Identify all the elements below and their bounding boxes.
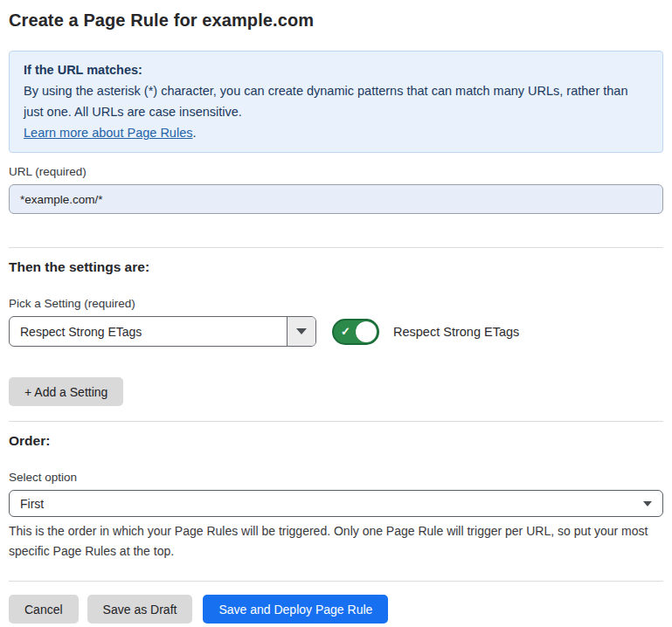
chevron-down-icon <box>643 501 652 506</box>
toggle-wrap: ✓ Respect Strong ETags <box>332 319 519 345</box>
check-icon: ✓ <box>341 326 350 337</box>
cancel-button[interactable]: Cancel <box>9 595 79 624</box>
learn-more-link[interactable]: Learn more about Page Rules <box>24 126 192 140</box>
save-deploy-button[interactable]: Save and Deploy Page Rule <box>203 595 388 624</box>
pick-setting-label: Pick a Setting (required) <box>9 297 663 310</box>
section-divider <box>9 247 663 248</box>
info-box-body: By using the asterisk (*) character, you… <box>24 80 648 122</box>
order-section-heading: Order: <box>9 433 663 449</box>
section-divider <box>9 581 663 582</box>
add-setting-button[interactable]: + Add a Setting <box>9 377 123 406</box>
actions-row: Cancel Save as Draft Save and Deploy Pag… <box>9 595 663 624</box>
setting-select[interactable]: Respect Strong ETags <box>9 316 316 347</box>
respect-strong-etags-toggle[interactable]: ✓ <box>332 319 379 345</box>
url-field-label: URL (required) <box>9 165 663 178</box>
page-title: Create a Page Rule for example.com <box>9 10 663 31</box>
order-select-label: Select option <box>9 471 663 484</box>
link-period: . <box>192 126 196 140</box>
toggle-label: Respect Strong ETags <box>393 325 519 339</box>
dropdown-arrow-icon <box>296 328 307 334</box>
setting-select-arrow-button[interactable] <box>287 317 315 346</box>
url-input[interactable] <box>9 184 663 214</box>
info-box-heading: If the URL matches: <box>24 59 648 80</box>
settings-section-heading: Then the settings are: <box>9 259 663 275</box>
page-rule-form: Create a Page Rule for example.com If th… <box>0 0 672 624</box>
toggle-knob <box>356 321 377 342</box>
section-divider <box>9 421 663 422</box>
order-select[interactable]: First <box>9 490 663 517</box>
order-select-value: First <box>20 497 643 511</box>
setting-select-value: Respect Strong ETags <box>10 317 287 346</box>
url-match-info-box: If the URL matches: By using the asteris… <box>9 51 663 153</box>
save-draft-button[interactable]: Save as Draft <box>87 595 193 624</box>
info-box-link-line: Learn more about Page Rules. <box>24 122 648 143</box>
order-help-text: This is the order in which your Page Rul… <box>9 521 663 562</box>
setting-row: Respect Strong ETags ✓ Respect Strong ET… <box>9 316 663 347</box>
